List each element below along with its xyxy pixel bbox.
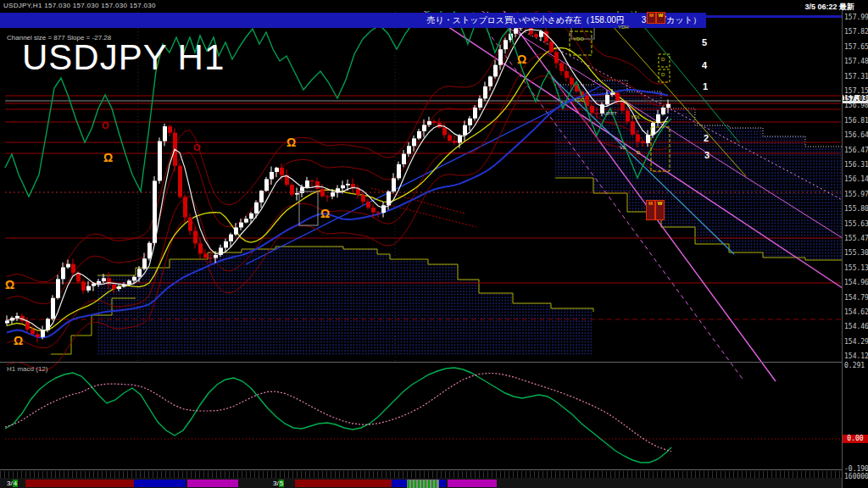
object-tag-d: D [661,57,665,62]
object-tag-ydo: YDO [573,36,584,42]
macd-main-line [5,368,671,463]
order-banner-158: 売り・ストップロス買いやや小さめ存在（158.00円 3日NYカット） [0,13,706,28]
ring-signal-marker: O [102,120,109,130]
time-axis-ticks[interactable] [0,471,868,478]
price-axis-label: 155.470 [844,235,868,242]
price-axis-label: 154.625 [844,308,868,316]
ichimoku-cloud-left [97,247,390,356]
object-tag-uppt: UPPT [604,111,617,116]
macd-signal-line [5,374,671,452]
macd-panel-separator[interactable] [0,362,868,363]
omega-signal-marker: Ω [320,207,330,220]
fan-line-number: 4 [702,60,707,70]
price-axis-label: 156.475 [844,147,868,154]
price-axis-label: 154.460 [844,323,868,330]
chart-title-bar: USDJPY,H1 157.030 157.030 157.030 157.03… [0,0,868,11]
object-tag-ydc: YDC [574,97,585,103]
macd-axis-label: 0.291 [844,362,865,369]
price-axis-label: 156.310 [844,161,868,169]
price-axis-label: 157.655 [844,43,868,51]
omega-signal-marker: Ω [287,136,296,149]
symbol-ohlc-readout: USDJPY,H1 157.030 157.030 157.030 157.03… [3,2,156,9]
watermark-badge [407,480,439,488]
price-axis-label: 154.125 [844,352,868,360]
session-segment [295,480,392,487]
fan-line-number: 3 [704,150,709,160]
macd-zero-tag: 0.00 [843,435,868,443]
pattern-marker-w: W [656,12,665,24]
macd-indicator-label: H1 macd (12) [7,365,47,373]
session-segment [25,480,134,487]
omega-signal-marker: Ω [103,151,113,164]
price-axis-label: 156.140 [844,175,868,183]
fan-line-number: 2 [704,133,709,143]
price-axis-label: 154.965 [844,279,868,286]
price-axis-label: 155.300 [844,249,868,257]
pattern-marker-m: M [647,12,656,24]
price-axis[interactable]: 157.990157.820157.655157.485157.315157.1… [842,11,868,488]
session-segment [187,480,238,487]
ichimoku-cloud-mid [390,259,593,356]
session-day-label: 3/5 [273,480,284,487]
fan-line-number: 5 [702,37,707,47]
price-axis-label: 155.970 [844,191,868,198]
object-tag-ydl: YDL [631,114,641,119]
ring-signal-marker: O [193,142,201,152]
current-price-tag: 157.030 [843,95,868,103]
session-day-label: 3/4 [7,480,18,487]
session-segment [448,480,497,487]
time-axis-separator [0,469,868,470]
object-tag-vl: VL [620,145,626,150]
price-axis-label: 156.645 [844,131,868,139]
mt4-chart-window: USDJPY,H1 157.030 157.030 157.030 157.03… [0,0,868,488]
macd-axis-label: -0.190 [844,465,868,473]
fan-line-number: 1 [703,81,708,92]
omega-signal-marker: Ω [14,334,23,347]
object-tag-d: D [661,72,665,77]
price-axis-label: 154.290 [844,338,868,346]
price-axis-label: 157.820 [844,28,868,36]
price-axis-label: 155.805 [844,205,868,213]
omega-signal-marker: Ω [517,53,526,66]
drawn-rectangle[interactable] [570,31,592,55]
macd-axis-label: 160000 [844,473,868,480]
price-axis-label: 157.485 [844,58,868,65]
price-axis-label: 157.150 [844,87,868,95]
pattern-marker-m: M [646,200,655,220]
object-tag-d: D [637,150,640,155]
pattern-marker-w: W [655,200,665,220]
last-update-timestamp: 3/5 06:22 最新 [804,2,854,13]
object-tag-ydh: YDH [618,25,629,30]
session-segment [134,480,186,487]
omega-signal-marker: Ω [5,278,14,291]
price-axis-label: 155.635 [844,220,868,228]
price-axis-label: 157.315 [844,73,868,80]
symbol-watermark-title: USDJPY H1 [22,37,225,78]
price-axis-label: 156.815 [844,117,868,125]
price-axis-label: 157.990 [844,14,868,21]
price-axis-label: 155.130 [844,264,868,272]
price-axis-label: 154.795 [844,294,868,302]
session-color-bar: 3/43/5 [0,478,868,488]
